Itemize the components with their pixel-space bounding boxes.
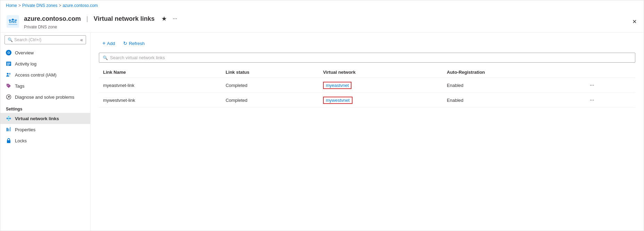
- svg-rect-11: [7, 65, 9, 65]
- resource-subtitle: Private DNS zone: [24, 25, 628, 29]
- tags-icon: [6, 83, 11, 89]
- activity-log-icon: [6, 61, 11, 66]
- svg-rect-26: [7, 140, 10, 143]
- sidebar-label-access-control: Access control (IAM): [15, 72, 57, 78]
- sidebar-item-properties[interactable]: Properties: [0, 124, 90, 135]
- virtual-network-links-table: Link Name Link status Virtual network Au…: [99, 67, 635, 108]
- breadcrumb-home[interactable]: Home: [6, 3, 17, 8]
- refresh-button[interactable]: ↻ Refresh: [120, 38, 148, 48]
- cell-auto-registration: Enabled: [443, 93, 584, 108]
- sidebar-item-virtual-network-links[interactable]: Virtual network links: [0, 113, 90, 124]
- svg-line-16: [7, 98, 8, 99]
- svg-point-20: [8, 119, 9, 121]
- more-options-button[interactable]: ···: [171, 14, 178, 23]
- overview-icon: O: [6, 50, 11, 55]
- cell-row-actions[interactable]: ···: [583, 93, 635, 108]
- settings-section-header: Settings: [0, 103, 90, 113]
- cell-link-name: myeastvnet-link: [99, 78, 221, 93]
- svg-point-13: [9, 73, 11, 75]
- content-search-input[interactable]: [110, 55, 632, 60]
- resource-icon: DNS: [6, 15, 20, 28]
- main-layout: 🔍 « O Overview Activity log Access contr…: [0, 33, 644, 231]
- sidebar-label-properties: Properties: [15, 127, 35, 132]
- content-area: + Add ↻ Refresh 🔍 Link Name Link stat: [91, 33, 644, 231]
- svg-rect-2: [8, 24, 17, 25]
- svg-point-12: [7, 73, 9, 75]
- svg-rect-25: [10, 127, 11, 131]
- sidebar-label-activity-log: Activity log: [15, 61, 36, 66]
- content-search-icon: 🔍: [103, 55, 108, 60]
- svg-rect-9: [7, 63, 10, 63]
- add-button[interactable]: + Add: [99, 38, 118, 48]
- close-button[interactable]: ✕: [631, 17, 638, 26]
- breadcrumb-sep2: >: [59, 3, 61, 8]
- title-separator: |: [86, 15, 88, 23]
- add-label: Add: [107, 41, 115, 46]
- refresh-label: Refresh: [129, 41, 145, 46]
- refresh-icon: ↻: [123, 41, 127, 46]
- breadcrumb-private-dns[interactable]: Private DNS zones: [22, 3, 57, 8]
- content-toolbar: + Add ↻ Refresh: [99, 38, 635, 48]
- col-link-status: Link status: [221, 67, 319, 78]
- resource-name: azure.contoso.com: [24, 15, 81, 23]
- cell-link-status: Completed: [221, 93, 319, 108]
- svg-point-19: [8, 116, 9, 117]
- page-header: DNS azure.contoso.com | Virtual network …: [0, 11, 644, 33]
- sidebar-item-tags[interactable]: Tags: [0, 80, 90, 91]
- cell-virtual-network[interactable]: myeastvnet: [319, 78, 443, 93]
- sidebar-label-virtual-network-links: Virtual network links: [15, 116, 59, 121]
- sidebar-label-diagnose: Diagnose and solve problems: [15, 95, 74, 100]
- cell-link-status: Completed: [221, 78, 319, 93]
- breadcrumb-sep1: >: [18, 3, 21, 8]
- svg-rect-10: [7, 64, 10, 64]
- page-title: Virtual network links: [94, 15, 155, 23]
- diagnose-icon: [6, 94, 11, 100]
- collapse-button[interactable]: «: [80, 37, 83, 43]
- breadcrumb: Home > Private DNS zones > azure.contoso…: [0, 0, 644, 11]
- add-icon: +: [102, 40, 105, 46]
- col-actions: [583, 67, 635, 78]
- sidebar-search-box[interactable]: 🔍 «: [5, 35, 86, 44]
- row-more-button[interactable]: ···: [587, 81, 596, 89]
- sidebar-item-overview[interactable]: O Overview: [0, 47, 90, 58]
- breadcrumb-current[interactable]: azure.contoso.com: [62, 3, 98, 8]
- virtual-network-link[interactable]: mywestvnet: [326, 98, 350, 103]
- col-auto-registration: Auto-Registration: [443, 67, 584, 78]
- sidebar-item-activity-log[interactable]: Activity log: [0, 58, 90, 69]
- table-row: mywestvnet-linkCompletedmywestvnetEnable…: [99, 93, 635, 108]
- locks-icon: [6, 138, 11, 143]
- svg-point-18: [9, 118, 11, 119]
- sidebar-item-access-control[interactable]: Access control (IAM): [0, 69, 90, 80]
- favorite-button[interactable]: ★: [160, 14, 168, 24]
- header-title-block: azure.contoso.com | Virtual network link…: [24, 14, 628, 29]
- virtual-network-links-icon: [6, 116, 11, 121]
- sidebar-search-icon: 🔍: [8, 37, 13, 42]
- sidebar-label-overview: Overview: [15, 50, 34, 55]
- col-link-name: Link Name: [99, 67, 221, 78]
- sidebar-item-diagnose[interactable]: Diagnose and solve problems: [0, 91, 90, 103]
- sidebar-item-locks[interactable]: Locks: [0, 135, 90, 146]
- col-virtual-network: Virtual network: [319, 67, 443, 78]
- sidebar-search-input[interactable]: [14, 37, 79, 42]
- cell-link-name: mywestvnet-link: [99, 93, 221, 108]
- properties-icon: [6, 127, 11, 132]
- sidebar: 🔍 « O Overview Activity log Access contr…: [0, 33, 91, 231]
- svg-point-17: [7, 118, 8, 119]
- content-search-bar[interactable]: 🔍: [99, 53, 635, 63]
- access-control-icon: [6, 72, 11, 78]
- row-more-button[interactable]: ···: [587, 96, 596, 104]
- cell-virtual-network[interactable]: mywestvnet: [319, 93, 443, 108]
- cell-auto-registration: Enabled: [443, 78, 584, 93]
- cell-row-actions[interactable]: ···: [583, 78, 635, 93]
- svg-point-14: [8, 85, 8, 86]
- svg-rect-24: [8, 128, 9, 131]
- virtual-network-link[interactable]: myeastvnet: [326, 83, 349, 88]
- sidebar-label-locks: Locks: [15, 138, 27, 143]
- svg-rect-23: [7, 128, 8, 131]
- sidebar-label-tags: Tags: [15, 83, 24, 89]
- table-row: myeastvnet-linkCompletedmyeastvnetEnable…: [99, 78, 635, 93]
